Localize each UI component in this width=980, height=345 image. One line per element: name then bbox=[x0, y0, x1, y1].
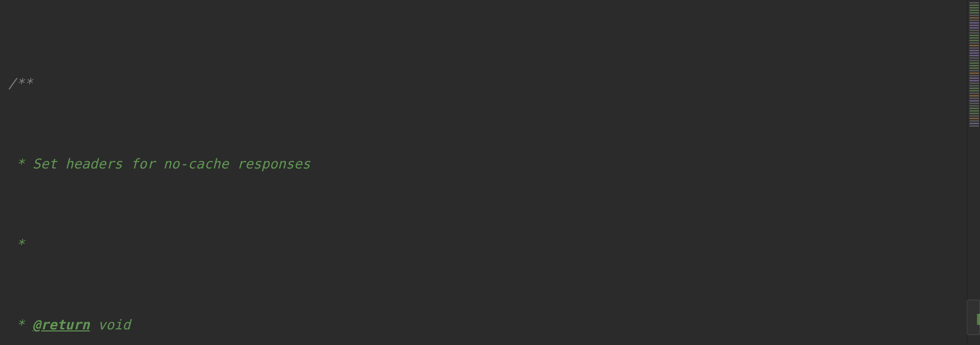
minimap-line bbox=[969, 118, 979, 119]
docblock-text: * bbox=[8, 234, 25, 254]
minimap-line bbox=[969, 37, 979, 39]
minimap-line bbox=[969, 32, 979, 34]
phpdoc-return-tag: @return bbox=[33, 315, 90, 335]
minimap-line bbox=[969, 2, 979, 4]
minimap-line bbox=[969, 35, 979, 36]
minimap[interactable] bbox=[967, 0, 980, 345]
minimap-line bbox=[969, 108, 979, 109]
minimap-line bbox=[969, 72, 979, 74]
minimap-line bbox=[969, 15, 979, 16]
minimap-line bbox=[969, 103, 979, 104]
minimap-line bbox=[969, 95, 979, 97]
minimap-line bbox=[969, 85, 979, 87]
minimap-line bbox=[969, 7, 979, 9]
minimap-line bbox=[969, 17, 979, 19]
minimap-line bbox=[969, 67, 979, 69]
minimap-line bbox=[969, 98, 979, 99]
docblock-text: * Set headers for no-cache responses bbox=[8, 154, 310, 174]
minimap-line bbox=[969, 25, 979, 26]
code-line: /** bbox=[8, 73, 967, 94]
editor: /** * Set headers for no-cache responses… bbox=[0, 0, 980, 345]
scrollbar-thumb[interactable] bbox=[967, 300, 980, 335]
minimap-line bbox=[969, 120, 979, 122]
minimap-line bbox=[969, 55, 979, 56]
minimap-line bbox=[969, 80, 979, 81]
code-line: * @return void bbox=[8, 315, 967, 335]
minimap-line bbox=[969, 105, 979, 107]
minimap-line bbox=[969, 47, 979, 49]
minimap-line bbox=[969, 60, 979, 61]
minimap-line bbox=[969, 5, 979, 6]
minimap-line bbox=[969, 65, 979, 66]
code-area[interactable]: /** * Set headers for no-cache responses… bbox=[0, 0, 967, 345]
minimap-line bbox=[969, 115, 979, 117]
minimap-line bbox=[969, 42, 979, 44]
minimap-line bbox=[969, 77, 979, 79]
minimap-line bbox=[969, 75, 979, 76]
docblock-star: * bbox=[8, 315, 33, 335]
phpdoc-return-type: void bbox=[90, 315, 131, 335]
minimap-line bbox=[969, 45, 979, 46]
minimap-line bbox=[969, 113, 979, 114]
minimap-line bbox=[969, 93, 979, 94]
minimap-line bbox=[969, 30, 979, 31]
minimap-line bbox=[969, 40, 979, 41]
minimap-line bbox=[969, 52, 979, 54]
minimap-line bbox=[969, 70, 979, 71]
minimap-line bbox=[969, 88, 979, 89]
minimap-line bbox=[969, 62, 979, 64]
minimap-line bbox=[969, 57, 979, 59]
minimap-line bbox=[969, 20, 979, 21]
minimap-line bbox=[969, 110, 979, 112]
minimap-line bbox=[969, 12, 979, 14]
docblock-open: /** bbox=[8, 73, 33, 94]
minimap-line bbox=[969, 125, 979, 127]
minimap-line bbox=[969, 27, 979, 29]
minimap-line bbox=[969, 10, 979, 11]
minimap-line bbox=[969, 22, 979, 24]
code-line: * Set headers for no-cache responses bbox=[8, 154, 967, 174]
code-line: * bbox=[8, 234, 967, 254]
minimap-line bbox=[969, 82, 979, 84]
minimap-line bbox=[969, 90, 979, 92]
minimap-line bbox=[969, 50, 979, 51]
minimap-line bbox=[969, 123, 979, 124]
minimap-line bbox=[969, 100, 979, 102]
